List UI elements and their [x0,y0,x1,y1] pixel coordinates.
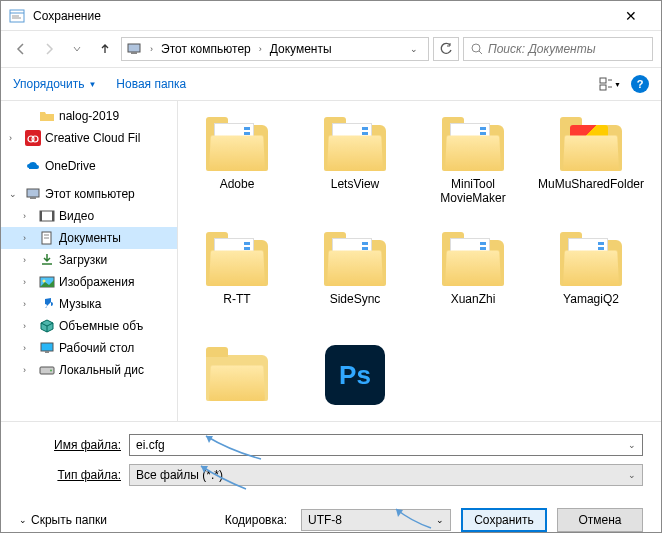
folder-adobe[interactable]: Adobe [178,111,296,226]
toolbar: Упорядочить▼ Новая папка ▼ ? [1,67,661,101]
folder-minitool[interactable]: MiniTool MovieMaker [414,111,532,226]
tree-item-desktop[interactable]: ›Рабочий стол [1,337,177,359]
svg-point-29 [50,370,52,372]
folder-icon [39,108,55,124]
encoding-combo[interactable]: UTF-8 ⌄ [301,509,451,531]
folder-label: MuMuSharedFolder [538,177,644,191]
organize-menu[interactable]: Упорядочить▼ [13,77,96,91]
tree-item-pictures[interactable]: ›Изображения [1,271,177,293]
tree-item-onedrive[interactable]: OneDrive [1,155,177,177]
tree-item-documents[interactable]: ›Документы [1,227,177,249]
tree-label: Документы [59,231,121,245]
chevron-down-icon[interactable]: ⌄ [628,470,636,480]
folder-label: SideSync [330,292,381,306]
folder-xuanzhi[interactable]: XuanZhi [414,226,532,341]
nav-tree: nalog-2019 ›Creative Cloud Fil OneDrive … [1,101,178,421]
svg-rect-27 [45,351,49,353]
objects3d-icon [39,318,55,334]
svg-line-7 [479,51,482,54]
chevron-right-icon[interactable]: › [146,44,157,54]
tree-item-localdisk[interactable]: ›Локальный дис [1,359,177,381]
documents-icon [39,230,55,246]
new-folder-button[interactable]: Новая папка [116,77,186,91]
svg-rect-4 [128,44,140,52]
filetype-combo[interactable]: Все файлы (*.*) ⌄ [129,464,643,486]
tree-label: Загрузки [59,253,107,267]
tree-label: Creative Cloud Fil [45,131,140,145]
tree-item-video[interactable]: ›Видео [1,205,177,227]
folder-mumu[interactable]: MuMuSharedFolder [532,111,650,226]
filename-input[interactable] [136,438,628,452]
window-title: Сохранение [33,9,608,23]
breadcrumb[interactable]: › Этот компьютер › Документы ⌄ [121,37,429,61]
file-photoshop[interactable]: Ps [296,341,414,421]
video-icon [39,208,55,224]
footer: ⌄Скрыть папки Кодировка: UTF-8 ⌄ Сохрани… [1,500,661,533]
breadcrumb-seg-docs[interactable]: Документы [266,42,336,56]
filename-label: Имя файла: [19,438,129,452]
tree-item-downloads[interactable]: ›Загрузки [1,249,177,271]
breadcrumb-dropdown[interactable]: ⌄ [404,44,424,54]
chevron-down-icon[interactable]: ⌄ [628,440,636,450]
svg-point-6 [472,44,480,52]
search-input[interactable] [488,42,646,56]
svg-rect-8 [600,78,606,83]
chevron-down-icon[interactable]: ⌄ [436,515,444,525]
folder-rtt[interactable]: R-TT [178,226,296,341]
filetype-value: Все файлы (*.*) [136,468,223,482]
help-button[interactable]: ? [631,75,649,93]
app-icon [9,8,25,24]
close-button[interactable]: ✕ [608,1,653,31]
tree-item-nalog[interactable]: nalog-2019 [1,105,177,127]
svg-rect-9 [600,85,606,90]
filename-field[interactable]: ⌄ [129,434,643,456]
recent-dropdown[interactable] [65,37,89,61]
tree-item-3dobjects[interactable]: ›Объемные объ [1,315,177,337]
pc-icon [25,186,41,202]
hide-folders-label: Скрыть папки [31,513,107,527]
pc-icon [126,41,142,57]
refresh-button[interactable] [433,37,459,61]
tree-item-music[interactable]: ›Музыка [1,293,177,315]
tree-label: nalog-2019 [59,109,119,123]
forward-button[interactable] [37,37,61,61]
breadcrumb-seg-pc[interactable]: Этот компьютер [157,42,255,56]
svg-rect-16 [30,197,36,199]
tree-label: Изображения [59,275,134,289]
encoding-label: Кодировка: [225,513,287,527]
svg-rect-26 [41,343,53,351]
photoshop-icon: Ps [325,345,385,405]
nav-bar: › Этот компьютер › Документы ⌄ [1,31,661,67]
search-box[interactable] [463,37,653,61]
tree-item-cc[interactable]: ›Creative Cloud Fil [1,127,177,149]
tree-label: Видео [59,209,94,223]
content-area: Adobe LetsView MiniTool MovieMaker MuMuS… [178,101,661,421]
tree-label: Этот компьютер [45,187,135,201]
folder-label: XuanZhi [451,292,496,306]
folder-letsview[interactable]: LetsView [296,111,414,226]
svg-rect-18 [40,211,42,221]
search-icon [470,42,484,56]
folder-empty[interactable] [178,341,296,421]
folder-label: LetsView [331,177,379,191]
chevron-right-icon[interactable]: › [255,44,266,54]
folder-label: MiniTool MovieMaker [418,177,528,206]
tree-label: OneDrive [45,159,96,173]
save-button[interactable]: Сохранить [461,508,547,532]
up-button[interactable] [93,37,117,61]
tree-label: Музыка [59,297,101,311]
cancel-button[interactable]: Отмена [557,508,643,532]
folder-sidesync[interactable]: SideSync [296,226,414,341]
cc-icon [25,130,41,146]
hide-folders-button[interactable]: ⌄Скрыть папки [19,513,107,527]
body-area: nalog-2019 ›Creative Cloud Fil OneDrive … [1,101,661,421]
tree-item-thispc[interactable]: ⌄Этот компьютер [1,183,177,205]
pictures-icon [39,274,55,290]
svg-rect-15 [27,189,39,197]
filetype-label: Тип файла: [19,468,129,482]
title-bar: Сохранение ✕ [1,1,661,31]
svg-rect-19 [52,211,54,221]
view-options-button[interactable]: ▼ [599,73,621,95]
back-button[interactable] [9,37,33,61]
folder-yamagi[interactable]: YamagiQ2 [532,226,650,341]
